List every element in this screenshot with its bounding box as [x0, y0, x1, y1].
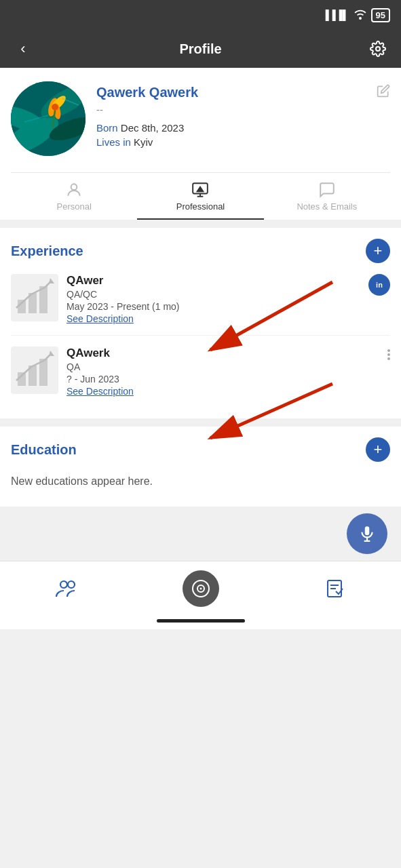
svg-point-13: [71, 184, 77, 190]
experience-title: Experience: [11, 243, 83, 259]
profile-tagline: --: [96, 104, 390, 115]
home-center-icon[interactable]: [183, 570, 219, 607]
tab-professional[interactable]: Professional: [137, 173, 263, 220]
exp-role-2: QA: [66, 361, 379, 372]
status-bar: ▐▐▐▌ 95: [0, 0, 401, 30]
exp-desc-link-2[interactable]: See Description: [66, 386, 379, 397]
tab-professional-label: Professional: [176, 201, 225, 212]
tab-notes[interactable]: Notes & Emails: [264, 173, 390, 220]
page-title: Profile: [179, 41, 221, 57]
exp-logo: [11, 274, 58, 321]
svg-point-36: [60, 581, 67, 588]
lives-line: Lives in Kyiv: [96, 136, 390, 148]
add-education-button[interactable]: +: [366, 437, 390, 462]
education-header: Education +: [11, 437, 390, 462]
svg-point-9: [52, 104, 58, 111]
bottom-nav: [0, 561, 401, 615]
profile-card: Qawerk Qawerk -- Born Dec 8th, 2023 Live…: [0, 68, 401, 220]
home-bar-area: [0, 615, 401, 629]
born-line: Born Dec 8th, 2023: [96, 122, 390, 134]
svg-rect-33: [365, 526, 370, 535]
profile-name: Qawerk Qawerk: [96, 85, 198, 100]
battery-indicator: 95: [371, 8, 390, 22]
exp-company-1: QAwer: [66, 274, 360, 288]
experience-section: Experience +: [0, 228, 401, 418]
nav-tasks[interactable]: [267, 561, 401, 615]
profile-meta: Born Dec 8th, 2023 Lives in Kyiv: [96, 122, 390, 148]
exp-date-2: ? - Jun 2023: [66, 374, 379, 384]
experience-header: Experience +: [11, 239, 390, 263]
exp-date-1: May 2023 - Present (1 mo): [66, 301, 360, 312]
mic-button[interactable]: [347, 513, 387, 554]
exp-role-1: QA/QC: [66, 289, 360, 300]
wifi-icon: [354, 9, 367, 22]
avatar: [11, 81, 85, 156]
svg-point-37: [68, 581, 75, 588]
exp-desc-link-1[interactable]: See Description: [66, 313, 360, 324]
home-indicator: [157, 619, 245, 623]
tabs-row: Personal Professional Notes & Emails: [11, 172, 390, 220]
experience-item-2: QAwerk QA ? - Jun 2023 See Description: [11, 335, 390, 408]
header: ‹ Profile: [0, 30, 401, 68]
education-title: Education: [11, 442, 77, 458]
signal-icon: ▐▐▐▌: [322, 9, 349, 20]
exp-menu-button-2[interactable]: [387, 347, 390, 360]
tab-notes-label: Notes & Emails: [297, 201, 357, 212]
education-empty-text: New educations appear here.: [11, 473, 390, 496]
profile-details: Qawerk Qawerk -- Born Dec 8th, 2023 Live…: [96, 81, 390, 151]
tab-personal[interactable]: Personal: [11, 173, 137, 220]
edit-profile-button[interactable]: [377, 84, 390, 101]
add-experience-button[interactable]: +: [366, 239, 390, 263]
mic-area: [0, 507, 401, 561]
exp-logo-2: [11, 347, 58, 394]
status-icons: ▐▐▐▌ 95: [322, 8, 390, 22]
settings-button[interactable]: [366, 37, 390, 61]
nav-home[interactable]: [134, 561, 267, 615]
exp-company-2: QAwerk: [66, 347, 379, 360]
svg-marker-17: [197, 187, 204, 192]
linkedin-badge[interactable]: in: [368, 274, 390, 296]
exp-details-1: QAwer QA/QC May 2023 - Present (1 mo) Se…: [66, 274, 360, 324]
experience-item: QAwer QA/QC May 2023 - Present (1 mo) Se…: [11, 274, 390, 335]
svg-point-40: [199, 587, 202, 589]
svg-point-0: [376, 47, 380, 51]
tab-personal-label: Personal: [57, 201, 92, 212]
education-section: Education + New educations appear here.: [0, 427, 401, 507]
exp-details-2: QAwerk QA ? - Jun 2023 See Description: [66, 347, 379, 397]
back-button[interactable]: ‹: [11, 37, 35, 61]
nav-people[interactable]: [0, 561, 134, 615]
